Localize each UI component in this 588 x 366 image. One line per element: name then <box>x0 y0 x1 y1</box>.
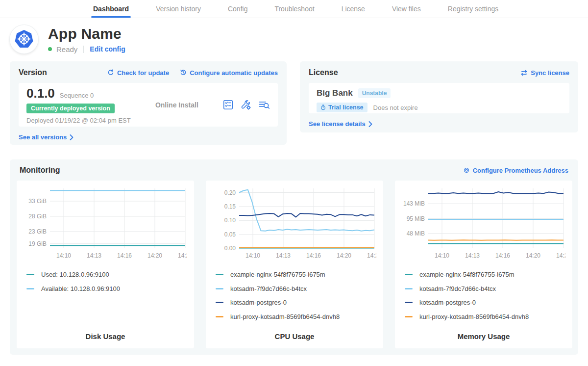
svg-text:28 GiB: 28 GiB <box>28 213 47 220</box>
svg-text:14:20: 14:20 <box>337 252 351 259</box>
version-sequence: Sequence 0 <box>60 92 94 99</box>
svg-text:143 MiB: 143 MiB <box>403 200 425 207</box>
app-header: App Name Ready Edit config <box>10 25 578 53</box>
series-swatch <box>405 316 413 317</box>
tab-dashboard[interactable]: Dashboard <box>93 0 129 18</box>
tab-version-history[interactable]: Version history <box>156 0 201 18</box>
svg-text:14:10: 14:10 <box>245 252 260 259</box>
license-card-title: License <box>309 68 338 77</box>
version-number: 0.1.0 <box>26 86 55 101</box>
customer-name: Big Bank <box>317 88 353 98</box>
sync-license-link[interactable]: Sync license <box>520 69 569 77</box>
current-version-panel: 0.1.0 Sequence 0 Currently deployed vers… <box>19 83 278 127</box>
svg-text:0.15: 0.15 <box>224 203 236 210</box>
view-diff-logs-icon[interactable] <box>259 100 270 110</box>
edit-config-link[interactable]: Edit config <box>90 45 125 53</box>
tab-view-files[interactable]: View files <box>392 0 421 18</box>
svg-text:48 MiB: 48 MiB <box>407 230 425 237</box>
legend-item: kurl-proxy-kotsadm-8569fb6454-dnvh8 <box>216 313 376 320</box>
series-swatch <box>216 316 223 317</box>
version-card-title: Version <box>19 68 47 77</box>
license-panel: Big Bank Unstable Trial license Does not… <box>309 83 569 113</box>
install-type: Online Install <box>155 101 198 109</box>
tab-troubleshoot[interactable]: Troubleshoot <box>274 0 314 18</box>
svg-text:95 MiB: 95 MiB <box>407 215 425 222</box>
svg-text:23 GiB: 23 GiB <box>28 228 47 235</box>
stopwatch-icon <box>320 105 326 110</box>
legend-item: example-nginx-54f8f76755-l675m <box>216 271 376 278</box>
license-card: License Sync license Big Bank Unstable <box>300 61 578 132</box>
refresh-icon <box>107 69 114 76</box>
cpu-usage-panel: 0.000.050.100.150.2014:1014:1314:1614:20… <box>206 181 383 348</box>
top-nav: Dashboard Version history Config Trouble… <box>0 0 588 18</box>
configure-automatic-updates-link[interactable]: Configure automatic updates <box>180 69 278 77</box>
svg-text:33 GiB: 33 GiB <box>28 198 47 205</box>
divider <box>83 46 84 53</box>
svg-text:14:13: 14:13 <box>465 252 480 259</box>
check-for-update-link[interactable]: Check for update <box>107 69 169 77</box>
configure-prometheus-link[interactable]: Configure Prometheus Address <box>463 167 568 174</box>
tab-registry-settings[interactable]: Registry settings <box>448 0 498 18</box>
svg-text:0.20: 0.20 <box>224 189 236 196</box>
svg-text:19 GiB: 19 GiB <box>28 240 47 247</box>
cpu-usage-chart[interactable]: 0.000.050.100.150.2014:1014:1314:1614:20… <box>213 185 376 266</box>
svg-text:14:20: 14:20 <box>147 252 162 259</box>
clock-refresh-icon <box>180 69 187 76</box>
series-swatch <box>216 274 223 275</box>
svg-text:14:23: 14:23 <box>178 252 187 259</box>
svg-text:14:23: 14:23 <box>367 252 376 259</box>
legend-item: kotsadm-7f9dc7d66c-b4tcx <box>405 285 565 292</box>
see-all-versions-link[interactable]: See all versions <box>19 133 74 141</box>
tab-license[interactable]: License <box>342 0 365 18</box>
legend-item: example-nginx-54f8f76755-l675m <box>405 271 565 278</box>
kubernetes-logo-icon <box>10 25 38 53</box>
series-swatch <box>405 274 413 275</box>
preflight-checks-icon[interactable] <box>223 100 233 110</box>
memory-usage-panel: 48 MiB95 MiB143 MiB14:1014:1314:1614:201… <box>395 181 572 348</box>
page-title: App Name <box>48 26 125 42</box>
svg-text:14:16: 14:16 <box>306 252 321 259</box>
series-swatch <box>216 302 223 303</box>
legend-item: kotsadm-postgres-0 <box>405 299 565 306</box>
deployed-timestamp: Deployed 01/19/22 @ 02:04 pm EST <box>26 117 131 124</box>
legend-item: Available: 10.128.0.96:9100 <box>26 285 187 292</box>
svg-text:14:20: 14:20 <box>526 252 540 259</box>
app-status: Ready <box>56 45 77 53</box>
version-card: Version Check for update <box>10 61 287 145</box>
monitoring-title: Monitoring <box>20 166 60 175</box>
sync-arrows-icon <box>520 70 528 76</box>
series-swatch <box>405 302 413 303</box>
disk-usage-panel: 19 GiB23 GiB28 GiB33 GiB14:1014:1314:161… <box>17 181 194 348</box>
gear-icon <box>463 167 470 174</box>
legend-item: Used: 10.128.0.96:9100 <box>26 271 187 278</box>
svg-text:0.05: 0.05 <box>224 231 236 238</box>
svg-text:14:10: 14:10 <box>435 252 449 259</box>
chevron-right-icon <box>70 134 74 140</box>
series-swatch <box>405 288 413 289</box>
license-type-badge: Trial license <box>317 103 368 112</box>
series-swatch <box>26 274 34 275</box>
svg-text:0.00: 0.00 <box>224 245 236 252</box>
svg-text:14:16: 14:16 <box>117 252 132 259</box>
license-expiry: Does not expire <box>373 104 418 111</box>
config-wrench-icon[interactable] <box>241 100 251 110</box>
svg-text:14:13: 14:13 <box>87 252 101 259</box>
svg-text:14:13: 14:13 <box>276 252 291 259</box>
chart-title: Memory Usage <box>402 332 565 340</box>
svg-text:14:16: 14:16 <box>495 252 510 259</box>
monitoring-card: Monitoring Configure Prometheus Address … <box>10 159 578 355</box>
deployed-badge: Currently deployed version <box>26 104 115 113</box>
tab-config[interactable]: Config <box>228 0 247 18</box>
svg-text:0.10: 0.10 <box>224 217 236 224</box>
legend-item: kurl-proxy-kotsadm-8569fb6454-dnvh8 <box>405 313 565 320</box>
legend-item: kotsadm-7f9dc7d66c-b4tcx <box>216 285 376 292</box>
svg-text:14:23: 14:23 <box>556 252 565 259</box>
svg-text:14:10: 14:10 <box>56 252 71 259</box>
see-license-details-link[interactable]: See license details <box>309 120 372 128</box>
memory-usage-chart[interactable]: 48 MiB95 MiB143 MiB14:1014:1314:1614:201… <box>402 185 565 266</box>
channel-badge: Unstable <box>358 88 391 98</box>
disk-usage-chart[interactable]: 19 GiB23 GiB28 GiB33 GiB14:1014:1314:161… <box>24 185 187 266</box>
chart-title: CPU Usage <box>213 332 376 340</box>
chevron-right-icon <box>368 121 372 127</box>
series-swatch <box>26 288 34 289</box>
